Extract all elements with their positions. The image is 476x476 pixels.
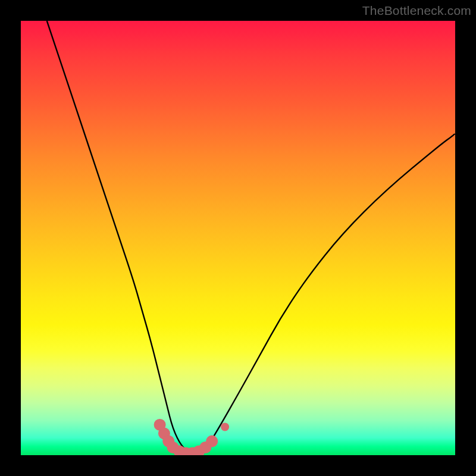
- chart-frame: TheBottleneck.com: [0, 0, 476, 476]
- watermark-text: TheBottleneck.com: [362, 4, 471, 18]
- bottleneck-curve: [21, 21, 455, 455]
- curve-marker: [221, 423, 229, 431]
- curve-line: [47, 21, 455, 453]
- plot-area: [21, 21, 455, 455]
- curve-marker: [206, 436, 218, 447]
- curve-markers: [154, 419, 230, 455]
